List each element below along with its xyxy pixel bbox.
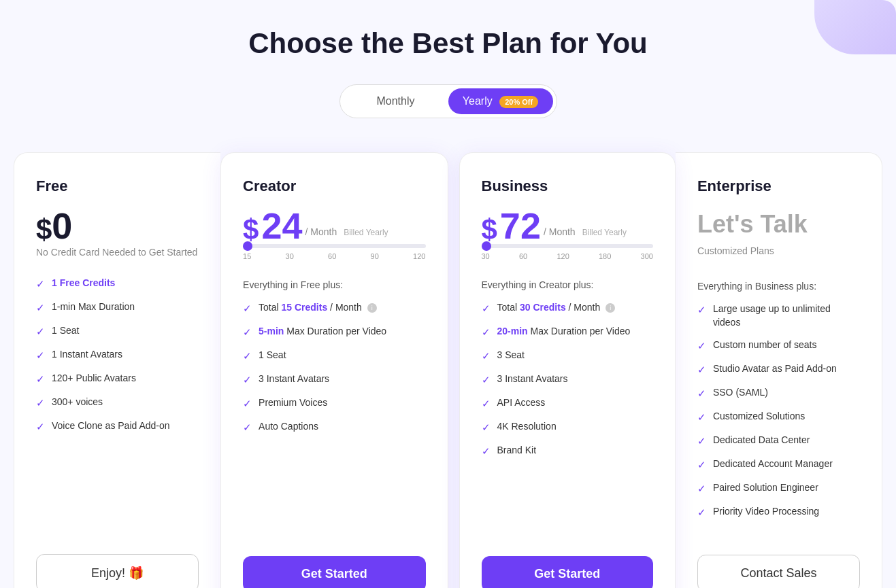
business-billed-text: Billed Yearly xyxy=(582,228,627,237)
check-icon: ✓ xyxy=(482,444,491,458)
check-icon: ✓ xyxy=(243,396,252,411)
list-item: ✓ Studio Avatar as Paid Add-on xyxy=(697,362,860,377)
check-icon: ✓ xyxy=(482,420,491,434)
free-subtitle: No Credit Card Needed to Get Started xyxy=(36,247,199,258)
business-plan-footer: Get Started xyxy=(482,540,653,588)
business-price-period: / Month xyxy=(544,226,576,237)
list-item: ✓ Total 30 Credits / Month i xyxy=(482,301,653,315)
business-feature-list: ✓ Total 30 Credits / Month i ✓ 20-min Ma… xyxy=(482,301,653,540)
list-item: ✓ SSO (SAML) xyxy=(697,386,860,400)
list-item: ✓ Large usage up to unlimited videos xyxy=(697,302,860,329)
info-icon[interactable]: i xyxy=(367,303,377,313)
list-item: ✓ API Access xyxy=(482,396,653,411)
check-icon: ✓ xyxy=(36,419,45,434)
check-icon: ✓ xyxy=(482,396,491,411)
list-item: ✓ Custom number of seats xyxy=(697,339,860,353)
creator-feature-list: ✓ Total 15 Credits / Month i ✓ 5-min Max… xyxy=(243,301,425,540)
free-price-amount: 0 xyxy=(52,207,72,244)
list-item: ✓ 5-min Max Duration per Video xyxy=(243,325,425,339)
list-item: ✓ 3 Instant Avatars xyxy=(482,373,653,387)
check-icon: ✓ xyxy=(243,420,252,434)
page-wrapper: Choose the Best Plan for You Monthly Yea… xyxy=(0,0,896,588)
plans-grid: Free $ 0 No Credit Card Needed to Get St… xyxy=(14,152,882,588)
list-item: ✓ Total 15 Credits / Month i xyxy=(243,301,425,315)
plan-card-creator: Creator $ 24 / Month Billed Yearly 15 30… xyxy=(220,152,448,588)
enterprise-plan-name: Enterprise xyxy=(697,177,860,195)
business-price-amount: 72 xyxy=(500,207,541,244)
check-icon: ✓ xyxy=(697,302,706,317)
check-icon: ✓ xyxy=(243,325,252,339)
creator-slider[interactable]: 15 30 60 90 120 xyxy=(243,244,425,260)
business-price-symbol: $ xyxy=(482,215,497,244)
check-icon: ✓ xyxy=(243,349,252,363)
list-item: ✓ Priority Video Processing xyxy=(697,505,860,519)
check-icon: ✓ xyxy=(482,373,491,387)
business-slider-track[interactable] xyxy=(482,244,653,248)
check-icon: ✓ xyxy=(36,324,45,339)
creator-price-amount: 24 xyxy=(261,207,302,244)
check-icon: ✓ xyxy=(482,349,491,363)
enterprise-price-letstalk: Let's Talk xyxy=(697,210,860,239)
list-item: ✓ 1 Seat xyxy=(36,324,199,339)
check-icon: ✓ xyxy=(697,386,706,400)
list-item: ✓ 4K Resolution xyxy=(482,420,653,434)
creator-slider-labels: 15 30 60 90 120 xyxy=(243,252,425,260)
business-slider-thumb[interactable] xyxy=(482,241,491,251)
enterprise-plan-footer: Contact Sales xyxy=(697,538,860,588)
list-item: ✓ 1 Instant Avatars xyxy=(36,348,199,362)
creator-features-prefix: Everything in Free plus: xyxy=(243,279,425,290)
business-features-prefix: Everything in Creator plus: xyxy=(482,279,653,290)
plan-card-free: Free $ 0 No Credit Card Needed to Get St… xyxy=(14,152,220,588)
business-slider-labels: 30 60 120 180 300 xyxy=(482,252,653,260)
free-enjoy-button[interactable]: Enjoy! 🎁 xyxy=(36,554,199,588)
page-title: Choose the Best Plan for You xyxy=(14,27,882,60)
business-plan-name: Business xyxy=(482,177,653,195)
list-item: ✓ 120+ Public Avatars xyxy=(36,372,199,386)
yearly-badge: 20% Off xyxy=(499,96,538,108)
check-icon: ✓ xyxy=(697,362,706,377)
list-item: ✓ Paired Solution Engineer xyxy=(697,481,860,496)
plan-card-enterprise: Enterprise Let's Talk Customized Plans E… xyxy=(676,152,882,588)
check-icon: ✓ xyxy=(697,339,706,353)
check-icon: ✓ xyxy=(482,325,491,339)
creator-billed-text: Billed Yearly xyxy=(344,228,388,237)
check-icon: ✓ xyxy=(697,481,706,496)
list-item: ✓ Dedicated Account Manager xyxy=(697,457,860,472)
monthly-toggle[interactable]: Monthly xyxy=(344,88,448,114)
check-icon: ✓ xyxy=(36,277,45,291)
enterprise-feature-list: ✓ Large usage up to unlimited videos ✓ C… xyxy=(697,302,860,538)
enterprise-features-prefix: Everything in Business plus: xyxy=(697,281,860,292)
check-icon: ✓ xyxy=(697,505,706,519)
check-icon: ✓ xyxy=(36,348,45,362)
list-item: ✓ 1-min Max Duration xyxy=(36,300,199,315)
plan-card-business: Business $ 72 / Month Billed Yearly 30 6… xyxy=(459,152,676,588)
check-icon: ✓ xyxy=(697,457,706,472)
free-plan-footer: Enjoy! 🎁 xyxy=(36,538,199,588)
check-icon: ✓ xyxy=(482,301,491,315)
creator-price-symbol: $ xyxy=(243,215,259,244)
free-price-symbol: $ xyxy=(36,215,52,244)
creator-plan-footer: Get Started xyxy=(243,540,425,588)
check-icon: ✓ xyxy=(36,300,45,315)
list-item: ✓ 300+ voices xyxy=(36,396,199,410)
creator-get-started-button[interactable]: Get Started xyxy=(243,556,425,588)
check-icon: ✓ xyxy=(36,372,45,386)
check-icon: ✓ xyxy=(697,410,706,424)
list-item: ✓ Premium Voices xyxy=(243,396,425,411)
creator-slider-thumb[interactable] xyxy=(243,241,252,251)
enterprise-contact-sales-button[interactable]: Contact Sales xyxy=(697,555,860,588)
check-icon: ✓ xyxy=(243,301,252,315)
list-item: ✓ Voice Clone as Paid Add-on xyxy=(36,419,199,434)
business-slider[interactable]: 30 60 120 180 300 xyxy=(482,244,653,260)
info-icon[interactable]: i xyxy=(605,303,615,313)
business-get-started-button[interactable]: Get Started xyxy=(482,556,653,588)
free-plan-name: Free xyxy=(36,177,199,195)
billing-toggle: Monthly Yearly 20% Off xyxy=(339,84,557,118)
check-icon: ✓ xyxy=(36,396,45,410)
creator-price-period: / Month xyxy=(305,226,337,237)
creator-slider-track[interactable] xyxy=(243,244,425,248)
free-feature-list: ✓ 1 Free Credits ✓ 1-min Max Duration ✓ … xyxy=(36,277,199,538)
list-item: ✓ Customized Solutions xyxy=(697,410,860,424)
yearly-toggle[interactable]: Yearly 20% Off xyxy=(448,88,553,114)
check-icon: ✓ xyxy=(243,373,252,387)
